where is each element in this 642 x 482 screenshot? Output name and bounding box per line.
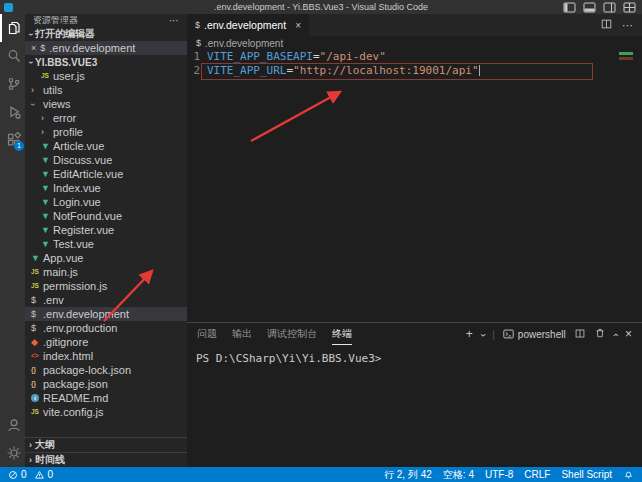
open-editor-item[interactable]: × $ .env.development [25,41,187,55]
window-title: .env.development - Yi.BBS.Vue3 - Visual … [214,2,428,12]
settings-gear-icon[interactable] [0,439,25,467]
tree-item-label: package.json [43,378,108,390]
close-panel-icon[interactable]: × [625,327,632,341]
tree-item-main.js[interactable]: JSmain.js [25,265,187,279]
tree-item-permission.js[interactable]: JSpermission.js [25,279,187,293]
panel-tab-调试控制台[interactable]: 调试控制台 [267,323,317,345]
tree-item-Article.vue[interactable]: ▼Article.vue [25,139,187,153]
run-debug-icon[interactable] [0,98,25,126]
status-bar: 0 0 行 2, 列 42 空格: 4 UTF-8 CRLF Shell Scr… [0,467,642,482]
tree-item-profile[interactable]: ›profile [25,125,187,139]
tree-item-.env.production[interactable]: $.env.production [25,321,187,335]
folder-chevron-slot: › [41,127,53,137]
tree-item-README.md[interactable]: iREADME.md [25,391,187,405]
chevron-right-icon: › [41,113,44,123]
tree-item-Test.vue[interactable]: ▼Test.vue [25,237,187,251]
vue-file-icon: ▼ [31,253,40,263]
indentation-status[interactable]: 空格: 4 [443,468,474,482]
split-editor-icon[interactable] [600,16,613,34]
tree-item-Discuss.vue[interactable]: ▼Discuss.vue [25,153,187,167]
outline-section[interactable]: › 大纲 [25,437,187,452]
more-actions-icon[interactable]: ⋯ [622,19,633,32]
file-icon-slot: {} [31,365,43,375]
tree-item-label: views [43,98,71,110]
tree-item-.gitignore[interactable]: ◆.gitignore [25,335,187,349]
tree-item-label: Article.vue [53,140,104,152]
chevron-right-icon: › [29,455,32,465]
panel-tab-终端[interactable]: 终端 [332,323,352,345]
toggle-secondary-sidebar-icon[interactable] [603,2,616,13]
tree-item-label: error [53,112,76,124]
file-icon-slot: ▼ [41,183,53,193]
tree-item-Login.vue[interactable]: ▼Login.vue [25,195,187,209]
tree-item-App.vue[interactable]: ▼App.vue [25,251,187,265]
file-icon-slot: {} [31,379,43,389]
open-editors-header[interactable]: › 打开的编辑器 [25,27,187,41]
text-cursor [479,65,480,76]
tree-item-.env.development[interactable]: $.env.development [25,307,187,321]
encoding-status[interactable]: UTF-8 [485,469,513,480]
breadcrumb-file: .env.development [205,38,283,49]
env-value: "/api-dev" [320,50,386,63]
customize-layout-icon[interactable] [623,2,636,13]
panel-header: 问题输出调试控制台终端 + › | powershell › × [187,323,642,345]
notifications-bell-icon[interactable] [623,469,634,480]
file-icon-slot: ◆ [31,337,43,347]
tree-item-EditArticle.vue[interactable]: ▼EditArticle.vue [25,167,187,181]
tree-item-.env[interactable]: $.env [25,293,187,307]
tree-item-label: NotFound.vue [53,210,122,222]
language-mode-status[interactable]: Shell Script [561,469,612,480]
tree-item-package.json[interactable]: {}package.json [25,377,187,391]
tree-item-views[interactable]: ›views [25,97,187,111]
explorer-icon[interactable] [0,14,25,42]
maximize-panel-icon[interactable]: › [609,333,620,336]
project-root-label: YI.BBS.VUE3 [35,57,97,68]
problems-status[interactable]: 0 0 [8,469,53,480]
minimap-mark [619,52,633,55]
cursor-position-status[interactable]: 行 2, 列 42 [384,468,432,482]
kill-terminal-icon[interactable] [594,325,606,343]
split-terminal-icon[interactable] [574,325,586,343]
extensions-icon[interactable]: 1 [0,126,25,154]
tree-item-Register.vue[interactable]: ▼Register.vue [25,223,187,237]
tree-item-index.html[interactable]: <>index.html [25,349,187,363]
file-icon-slot: JS [41,71,53,81]
account-icon[interactable] [0,411,25,439]
panel-tab-输出[interactable]: 输出 [232,323,252,345]
project-root-header[interactable]: › YI.BBS.VUE3 [25,55,187,69]
tree-item-package-lock.json[interactable]: {}package-lock.json [25,363,187,377]
close-icon[interactable]: × [31,43,36,53]
toggle-panel-icon[interactable] [583,2,596,13]
tab-env-development[interactable]: $ .env.development × [187,14,309,36]
divider: | [492,329,495,340]
code-editor[interactable]: 1 VITE_APP_BASEAPI="/api-dev" 2 VITE_APP… [187,50,642,322]
terminal-output[interactable]: PS D:\CSharp\Yi\Yi.BBS.Vue3> [187,345,642,467]
tree-item-label: package-lock.json [43,364,131,376]
file-icon-slot: $ [31,323,43,333]
tree-item-NotFound.vue[interactable]: ▼NotFound.vue [25,209,187,223]
terminal-instance-powershell[interactable]: powershell [503,329,566,340]
outline-label: 大纲 [35,438,55,452]
tree-item-user.js[interactable]: JSuser.js [25,69,187,83]
source-control-icon[interactable] [0,70,25,98]
tree-item-Index.vue[interactable]: ▼Index.vue [25,181,187,195]
breadcrumb[interactable]: $ .env.development [187,36,642,50]
tree-item-utils[interactable]: ›utils [25,83,187,97]
tree-item-error[interactable]: ›error [25,111,187,125]
tree-item-label: App.vue [43,252,83,264]
more-actions-icon[interactable]: ⋯ [169,15,179,26]
error-count: 0 [21,469,27,480]
html-file-icon: <> [31,351,39,361]
chevron-down-icon[interactable]: › [478,333,489,336]
new-terminal-icon[interactable]: + [466,327,473,341]
code-line-1: 1 VITE_APP_BASEAPI="/api-dev" [187,50,642,64]
file-icon-slot: ▼ [41,141,53,151]
timeline-section[interactable]: › 时间线 [25,452,187,467]
panel-tab-问题[interactable]: 问题 [197,323,217,345]
chevron-right-icon: › [31,85,34,95]
eol-status[interactable]: CRLF [524,469,550,480]
tree-item-vite.config.js[interactable]: JSvite.config.js [25,405,187,419]
toggle-sidebar-icon[interactable] [563,2,576,13]
search-icon[interactable] [0,42,25,70]
close-icon[interactable]: × [295,20,301,31]
